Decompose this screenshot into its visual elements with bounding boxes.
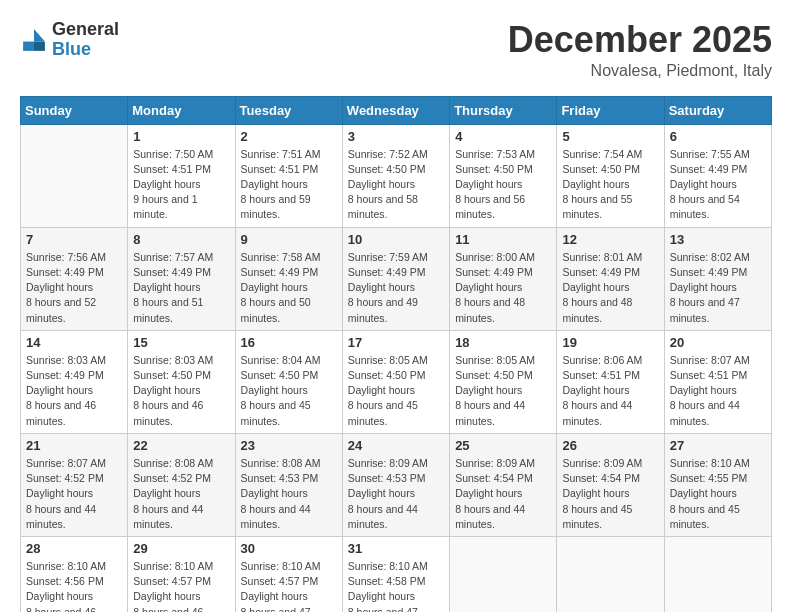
day-info: Sunrise: 8:10 AMSunset: 4:56 PMDaylight … xyxy=(26,559,122,612)
day-info: Sunrise: 7:56 AMSunset: 4:49 PMDaylight … xyxy=(26,250,122,326)
calendar-cell: 3Sunrise: 7:52 AMSunset: 4:50 PMDaylight… xyxy=(342,124,449,227)
day-number: 20 xyxy=(670,335,766,350)
calendar-cell: 24Sunrise: 8:09 AMSunset: 4:53 PMDayligh… xyxy=(342,433,449,536)
day-info: Sunrise: 7:54 AMSunset: 4:50 PMDaylight … xyxy=(562,147,658,223)
calendar-cell xyxy=(450,536,557,612)
day-info: Sunrise: 8:01 AMSunset: 4:49 PMDaylight … xyxy=(562,250,658,326)
day-number: 27 xyxy=(670,438,766,453)
day-info: Sunrise: 7:53 AMSunset: 4:50 PMDaylight … xyxy=(455,147,551,223)
column-header-tuesday: Tuesday xyxy=(235,96,342,124)
day-number: 6 xyxy=(670,129,766,144)
day-number: 24 xyxy=(348,438,444,453)
day-info: Sunrise: 8:07 AMSunset: 4:51 PMDaylight … xyxy=(670,353,766,429)
calendar-cell: 21Sunrise: 8:07 AMSunset: 4:52 PMDayligh… xyxy=(21,433,128,536)
svg-marker-2 xyxy=(23,41,34,50)
day-info: Sunrise: 8:03 AMSunset: 4:50 PMDaylight … xyxy=(133,353,229,429)
day-info: Sunrise: 7:51 AMSunset: 4:51 PMDaylight … xyxy=(241,147,337,223)
calendar-cell xyxy=(21,124,128,227)
calendar-cell: 25Sunrise: 8:09 AMSunset: 4:54 PMDayligh… xyxy=(450,433,557,536)
title-block: December 2025 Novalesa, Piedmont, Italy xyxy=(508,20,772,80)
logo: General Blue xyxy=(20,20,119,60)
calendar-cell: 28Sunrise: 8:10 AMSunset: 4:56 PMDayligh… xyxy=(21,536,128,612)
calendar-week-row: 21Sunrise: 8:07 AMSunset: 4:52 PMDayligh… xyxy=(21,433,772,536)
calendar-cell: 15Sunrise: 8:03 AMSunset: 4:50 PMDayligh… xyxy=(128,330,235,433)
day-info: Sunrise: 8:10 AMSunset: 4:55 PMDaylight … xyxy=(670,456,766,532)
calendar-cell: 17Sunrise: 8:05 AMSunset: 4:50 PMDayligh… xyxy=(342,330,449,433)
calendar-cell xyxy=(557,536,664,612)
day-info: Sunrise: 8:00 AMSunset: 4:49 PMDaylight … xyxy=(455,250,551,326)
day-number: 17 xyxy=(348,335,444,350)
calendar-cell: 20Sunrise: 8:07 AMSunset: 4:51 PMDayligh… xyxy=(664,330,771,433)
day-info: Sunrise: 8:05 AMSunset: 4:50 PMDaylight … xyxy=(348,353,444,429)
calendar-cell: 22Sunrise: 8:08 AMSunset: 4:52 PMDayligh… xyxy=(128,433,235,536)
day-info: Sunrise: 8:09 AMSunset: 4:53 PMDaylight … xyxy=(348,456,444,532)
calendar-cell: 13Sunrise: 8:02 AMSunset: 4:49 PMDayligh… xyxy=(664,227,771,330)
day-info: Sunrise: 8:09 AMSunset: 4:54 PMDaylight … xyxy=(455,456,551,532)
column-header-saturday: Saturday xyxy=(664,96,771,124)
logo-icon xyxy=(20,26,48,54)
calendar-week-row: 7Sunrise: 7:56 AMSunset: 4:49 PMDaylight… xyxy=(21,227,772,330)
day-number: 26 xyxy=(562,438,658,453)
svg-marker-1 xyxy=(34,41,45,50)
calendar-cell: 6Sunrise: 7:55 AMSunset: 4:49 PMDaylight… xyxy=(664,124,771,227)
month-title: December 2025 xyxy=(508,20,772,60)
day-number: 5 xyxy=(562,129,658,144)
logo-blue-text: Blue xyxy=(52,40,119,60)
day-info: Sunrise: 8:10 AMSunset: 4:58 PMDaylight … xyxy=(348,559,444,612)
day-info: Sunrise: 7:58 AMSunset: 4:49 PMDaylight … xyxy=(241,250,337,326)
day-info: Sunrise: 8:10 AMSunset: 4:57 PMDaylight … xyxy=(133,559,229,612)
day-number: 11 xyxy=(455,232,551,247)
calendar-cell: 14Sunrise: 8:03 AMSunset: 4:49 PMDayligh… xyxy=(21,330,128,433)
day-number: 30 xyxy=(241,541,337,556)
calendar-header-row: SundayMondayTuesdayWednesdayThursdayFrid… xyxy=(21,96,772,124)
day-number: 12 xyxy=(562,232,658,247)
logo-text: General Blue xyxy=(52,20,119,60)
day-info: Sunrise: 8:06 AMSunset: 4:51 PMDaylight … xyxy=(562,353,658,429)
day-info: Sunrise: 8:08 AMSunset: 4:53 PMDaylight … xyxy=(241,456,337,532)
day-info: Sunrise: 8:10 AMSunset: 4:57 PMDaylight … xyxy=(241,559,337,612)
day-number: 9 xyxy=(241,232,337,247)
calendar-cell: 23Sunrise: 8:08 AMSunset: 4:53 PMDayligh… xyxy=(235,433,342,536)
day-info: Sunrise: 8:03 AMSunset: 4:49 PMDaylight … xyxy=(26,353,122,429)
calendar-cell: 26Sunrise: 8:09 AMSunset: 4:54 PMDayligh… xyxy=(557,433,664,536)
day-number: 3 xyxy=(348,129,444,144)
svg-marker-0 xyxy=(34,29,45,41)
day-number: 13 xyxy=(670,232,766,247)
day-number: 28 xyxy=(26,541,122,556)
day-info: Sunrise: 8:08 AMSunset: 4:52 PMDaylight … xyxy=(133,456,229,532)
calendar-cell: 7Sunrise: 7:56 AMSunset: 4:49 PMDaylight… xyxy=(21,227,128,330)
calendar-week-row: 28Sunrise: 8:10 AMSunset: 4:56 PMDayligh… xyxy=(21,536,772,612)
logo-general-text: General xyxy=(52,20,119,40)
day-number: 19 xyxy=(562,335,658,350)
calendar-week-row: 1Sunrise: 7:50 AMSunset: 4:51 PMDaylight… xyxy=(21,124,772,227)
day-number: 21 xyxy=(26,438,122,453)
calendar-cell: 8Sunrise: 7:57 AMSunset: 4:49 PMDaylight… xyxy=(128,227,235,330)
day-number: 16 xyxy=(241,335,337,350)
day-info: Sunrise: 7:59 AMSunset: 4:49 PMDaylight … xyxy=(348,250,444,326)
calendar-cell: 10Sunrise: 7:59 AMSunset: 4:49 PMDayligh… xyxy=(342,227,449,330)
column-header-wednesday: Wednesday xyxy=(342,96,449,124)
column-header-monday: Monday xyxy=(128,96,235,124)
column-header-sunday: Sunday xyxy=(21,96,128,124)
day-number: 22 xyxy=(133,438,229,453)
calendar-table: SundayMondayTuesdayWednesdayThursdayFrid… xyxy=(20,96,772,612)
column-header-thursday: Thursday xyxy=(450,96,557,124)
calendar-cell xyxy=(664,536,771,612)
day-info: Sunrise: 8:09 AMSunset: 4:54 PMDaylight … xyxy=(562,456,658,532)
location-text: Novalesa, Piedmont, Italy xyxy=(508,62,772,80)
day-number: 2 xyxy=(241,129,337,144)
calendar-cell: 4Sunrise: 7:53 AMSunset: 4:50 PMDaylight… xyxy=(450,124,557,227)
day-number: 25 xyxy=(455,438,551,453)
calendar-cell: 29Sunrise: 8:10 AMSunset: 4:57 PMDayligh… xyxy=(128,536,235,612)
day-number: 29 xyxy=(133,541,229,556)
day-info: Sunrise: 7:55 AMSunset: 4:49 PMDaylight … xyxy=(670,147,766,223)
day-number: 10 xyxy=(348,232,444,247)
calendar-cell: 11Sunrise: 8:00 AMSunset: 4:49 PMDayligh… xyxy=(450,227,557,330)
calendar-week-row: 14Sunrise: 8:03 AMSunset: 4:49 PMDayligh… xyxy=(21,330,772,433)
day-info: Sunrise: 8:07 AMSunset: 4:52 PMDaylight … xyxy=(26,456,122,532)
day-info: Sunrise: 8:02 AMSunset: 4:49 PMDaylight … xyxy=(670,250,766,326)
calendar-cell: 16Sunrise: 8:04 AMSunset: 4:50 PMDayligh… xyxy=(235,330,342,433)
day-info: Sunrise: 7:57 AMSunset: 4:49 PMDaylight … xyxy=(133,250,229,326)
calendar-cell: 30Sunrise: 8:10 AMSunset: 4:57 PMDayligh… xyxy=(235,536,342,612)
day-info: Sunrise: 8:05 AMSunset: 4:50 PMDaylight … xyxy=(455,353,551,429)
